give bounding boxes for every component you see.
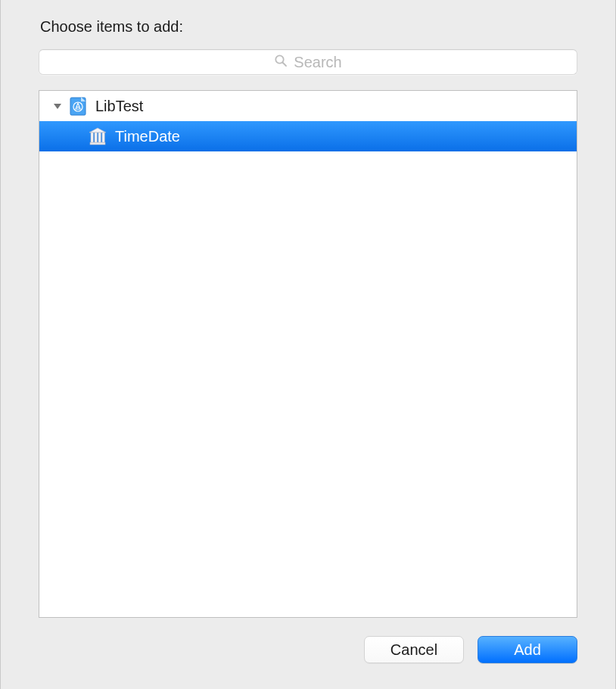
add-button[interactable]: Add <box>478 636 577 663</box>
app-blueprint-icon <box>68 96 88 116</box>
svg-rect-6 <box>90 142 105 145</box>
svg-marker-7 <box>89 128 106 132</box>
tree-row-timedate[interactable]: TimeDate <box>39 121 577 151</box>
dialog-title: Choose items to add: <box>40 18 577 36</box>
svg-rect-10 <box>98 132 101 142</box>
svg-rect-8 <box>91 132 93 142</box>
cancel-button[interactable]: Cancel <box>364 636 464 663</box>
choose-items-dialog: Choose items to add: Search <box>0 0 616 689</box>
svg-rect-11 <box>102 132 104 142</box>
tree-item-label: LibTest <box>95 98 143 115</box>
tree-item-label: TimeDate <box>115 128 180 145</box>
library-building-icon <box>88 126 107 146</box>
tree-row-libtest[interactable]: LibTest <box>39 91 577 121</box>
search-field-wrapper: Search <box>39 49 577 75</box>
disclosure-triangle-icon[interactable] <box>51 100 64 112</box>
svg-marker-2 <box>54 104 61 109</box>
svg-rect-9 <box>95 132 97 142</box>
search-input[interactable] <box>39 49 577 75</box>
dialog-button-bar: Cancel Add <box>39 618 577 666</box>
items-tree[interactable]: LibTest TimeDate <box>39 90 577 618</box>
